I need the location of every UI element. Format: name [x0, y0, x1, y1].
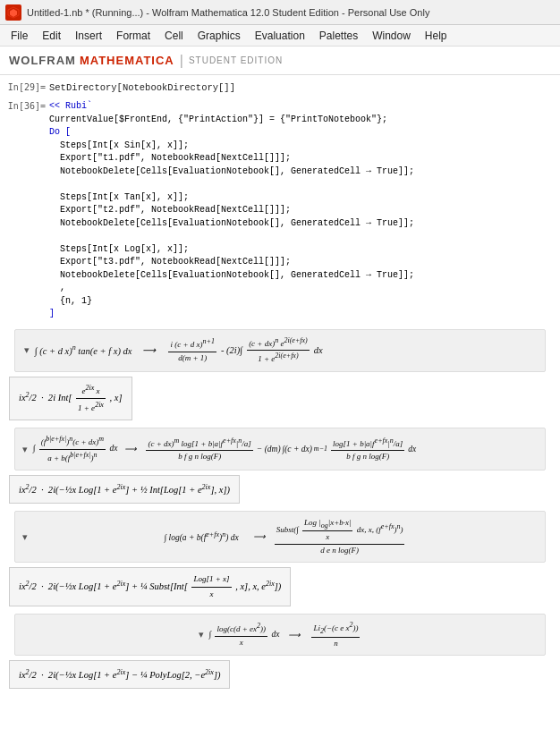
- code-line-5: Export["t1.pdf", NotebookRead[NextCell[]…: [49, 152, 560, 165]
- code-spacer2: [49, 230, 560, 243]
- result-box-1-container: ix2/2 · 2i Int[ e2ix x 1 + e2ix , x]: [7, 375, 553, 423]
- minus-1: - (2i)∫: [221, 343, 242, 358]
- menu-graphics[interactable]: Graphics: [191, 28, 248, 44]
- math-section-1: ▾ ∫ (c + d x)n tan(e + f x) dx ⟶ i (c + …: [14, 329, 547, 372]
- integral-3: ∫ log(a + b(fe+fx)n) dx: [165, 530, 239, 544]
- code-line-10: Steps[Int[x Log[x], x]];: [49, 243, 560, 257]
- code-line-12: NotebookDelete[Cells[EvaluationNotebook[…: [49, 269, 560, 283]
- code-line-9: NotebookDelete[Cells[EvaluationNotebook[…: [49, 217, 560, 231]
- code-line-6: NotebookDelete[Cells[EvaluationNotebook[…: [49, 165, 560, 179]
- frac-2a-num: (fb|e+fx|)n(c + dx)m: [39, 434, 106, 449]
- menu-insert[interactable]: Insert: [68, 28, 109, 44]
- result-box-4-container: ix2/2 · 2i(−½x Log[1 + e2ix] − ¼ PolyLog…: [7, 658, 553, 690]
- frac-3a-den: x: [324, 531, 331, 544]
- frac-rb3-den: x: [208, 588, 215, 601]
- cell-in36: In[36]= << Rubi` CurrentValue[$FrontEnd,…: [0, 99, 560, 322]
- menu-file[interactable]: File: [4, 28, 35, 44]
- code-line-13: ,: [49, 282, 560, 295]
- frac-2c-den: b f g n log(F): [344, 451, 391, 463]
- integral-4: ∫ log(c(d + ex2)) x dx: [209, 621, 280, 649]
- chevron-2: ▾: [22, 444, 28, 455]
- frac-1a: i (c + d x)n+1 d(m + 1): [168, 336, 216, 364]
- result-3: Subst(∫ Log |og|x+b·x| x dx, x, (fe+fx)n…: [273, 517, 407, 557]
- frac-4a-num: log(c(d + ex2)): [215, 621, 267, 636]
- code-line-15: ]: [49, 308, 560, 321]
- frac-2a-den: a + b(fb|e+fx|)n: [46, 450, 98, 465]
- menu-help[interactable]: Help: [418, 28, 454, 44]
- math-section-3: ▾ ∫ log(a + b(fe+fx)n) dx ⟶ Subst(∫ Log …: [14, 511, 547, 564]
- math-formula-1: ∫ (c + d x)n tan(e + f x) dx ⟶ i (c + d …: [35, 335, 323, 366]
- dx-1: dx: [314, 343, 323, 358]
- chevron-4: ▾: [199, 629, 204, 640]
- menu-palettes[interactable]: Palettes: [312, 28, 365, 44]
- frac-rb3-num: Log[1 + x]: [191, 572, 231, 586]
- frac-1a-num: i (c + d x)n+1: [168, 336, 216, 352]
- cell-label-36: In[36]=: [0, 100, 49, 111]
- frac-3-num: Subst(∫ Log |og|x+b·x| x dx, x, (fe+fx)n…: [275, 517, 405, 544]
- result-text-2: ix2/2 · 2i(−½x Log[1 + e2ix] + ½ Int[Log…: [19, 485, 230, 495]
- menu-window[interactable]: Window: [365, 28, 418, 44]
- math-section-4: ▾ ∫ log(c(d + ex2)) x dx ⟶ Li2(−(c e x2)…: [14, 614, 547, 656]
- frac-4b: Li2(−(c e x2)) n: [311, 620, 360, 649]
- frac-3-den: d e n log(F): [318, 545, 361, 557]
- window-title: Untitled-1.nb * (Running...) - Wolfram M…: [27, 7, 555, 18]
- menu-cell[interactable]: Cell: [157, 28, 191, 44]
- code-line-11: Export["t3.pdf", NotebookRead[NextCell[]…: [49, 256, 560, 269]
- math-output-4: ▾ ∫ log(c(d + ex2)) x dx ⟶ Li2(−(c e x2)…: [0, 614, 560, 656]
- result-box-2-container: ix2/2 · 2i(−½x Log[1 + e2ix] + ½ Int[Log…: [7, 473, 553, 504]
- frac-rb1: e2ix x 1 + e2ix: [76, 382, 106, 416]
- result-frac-1: i (c + d x)n+1 d(m + 1) - (2i)∫ (c + dx)…: [166, 335, 322, 366]
- chevron-3: ▾: [22, 531, 28, 543]
- arrow-3: ⟶: [253, 530, 266, 543]
- code-line-8: Export["t2.pdf", NotebookRead[NextCell[]…: [49, 204, 560, 217]
- code-spacer1: [49, 178, 560, 191]
- math-output-1: ▾ ∫ (c + d x)n tan(e + f x) dx ⟶ i (c + …: [0, 329, 560, 372]
- code-line-7: Steps[Int[x Tan[x], x]];: [49, 191, 560, 205]
- menu-evaluation[interactable]: Evaluation: [248, 28, 312, 44]
- frac-2b: (c + dx)m log[1 + b|a|fe+fx|n/a] b f g n…: [146, 436, 252, 463]
- arrow-4: ⟶: [288, 629, 301, 641]
- code-line-14: {n, 1}: [49, 295, 560, 309]
- wolfram-header: WOLFRAM MATHEMATICA | STUDENT EDITION: [0, 47, 560, 75]
- frac-2a: (fb|e+fx|)n(c + dx)m a + b(fb|e+fx|)n: [39, 434, 106, 464]
- header-separator: |: [180, 53, 183, 69]
- edition-text: STUDENT EDITION: [189, 55, 283, 65]
- frac-2b-num: (c + dx)m log[1 + b|a|fe+fx|n/a]: [146, 436, 252, 451]
- app-icon: [5, 4, 21, 21]
- result-2: (c + dx)m log[1 + b|a|fe+fx|n/a] b f g n…: [144, 436, 416, 463]
- frac-1b: (c + dx)n e2i(e+fx) 1 + e2i(e+fx): [247, 335, 310, 366]
- cell-in29: In[29]= SetDirectory[NotebookDirectory[]…: [0, 81, 560, 96]
- cell-code-36[interactable]: << Rubi` CurrentValue[$FrontEnd, {"Print…: [49, 100, 560, 321]
- result-text-3: ix2/2 · 2i(−½x Log[1 + e2ix] + ¼ Subst[I…: [19, 581, 281, 591]
- math-formula-2: ∫ (fb|e+fx|)n(c + dx)m a + b(fb|e+fx|)n …: [33, 434, 417, 464]
- minus-2: − (dm): [257, 443, 281, 455]
- frac-4a: log(c(d + ex2)) x: [215, 621, 267, 649]
- wolfram-text: WOLFRAM: [9, 54, 76, 67]
- menu-edit[interactable]: Edit: [35, 28, 68, 44]
- notebook[interactable]: In[29]= SetDirectory[NotebookDirectory[]…: [0, 75, 560, 746]
- frac-4b-den: n: [332, 638, 340, 650]
- math-output-3: ▾ ∫ log(a + b(fe+fx)n) dx ⟶ Subst(∫ Log …: [0, 511, 560, 564]
- code-line-3: Do [: [49, 126, 560, 140]
- frac-3a-num: Log |og|x+b·x|: [302, 517, 353, 531]
- frac-1a-den: d(m + 1): [176, 352, 208, 365]
- frac-4a-den: x: [238, 637, 245, 649]
- math-formula-3: ∫ log(a + b(fe+fx)n) dx ⟶ Subst(∫ Log |o…: [33, 517, 539, 557]
- frac-1b-num: (c + dx)n e2i(e+fx): [247, 335, 310, 351]
- arrow-1: ⟶: [142, 343, 156, 358]
- title-bar: Untitled-1.nb * (Running...) - Wolfram M…: [0, 0, 560, 25]
- mathematica-text: MATHEMATICA: [80, 54, 174, 67]
- frac-4b-num: Li2(−(c e x2)): [311, 620, 360, 637]
- math-formula-4: ∫ log(c(d + ex2)) x dx ⟶ Li2(−(c e x2)) …: [209, 620, 362, 649]
- integral-1: ∫ (c + d x)n tan(e + f x) dx: [35, 343, 132, 358]
- menu-format[interactable]: Format: [109, 28, 157, 44]
- math-section-2: ▾ ∫ (fb|e+fx|)n(c + dx)m a + b(fb|e+fx|)…: [14, 428, 547, 470]
- result-text-4: ix2/2 · 2i(−½x Log[1 + e2ix] − ¼ PolyLog…: [19, 670, 220, 680]
- code-line-4: Steps[Int[x Sin[x], x]];: [49, 140, 560, 153]
- code-text-29: SetDirectory[NotebookDirectory[]]: [49, 82, 235, 93]
- frac-3: Subst(∫ Log |og|x+b·x| x dx, x, (fe+fx)n…: [275, 517, 405, 557]
- code-line-1: << Rubi`: [49, 100, 560, 114]
- cell-code-29[interactable]: SetDirectory[NotebookDirectory[]]: [49, 81, 560, 95]
- arrow-2: ⟶: [124, 443, 137, 455]
- frac-2c-num: log[1 + b|a|fe+fx|n/a]: [331, 436, 404, 451]
